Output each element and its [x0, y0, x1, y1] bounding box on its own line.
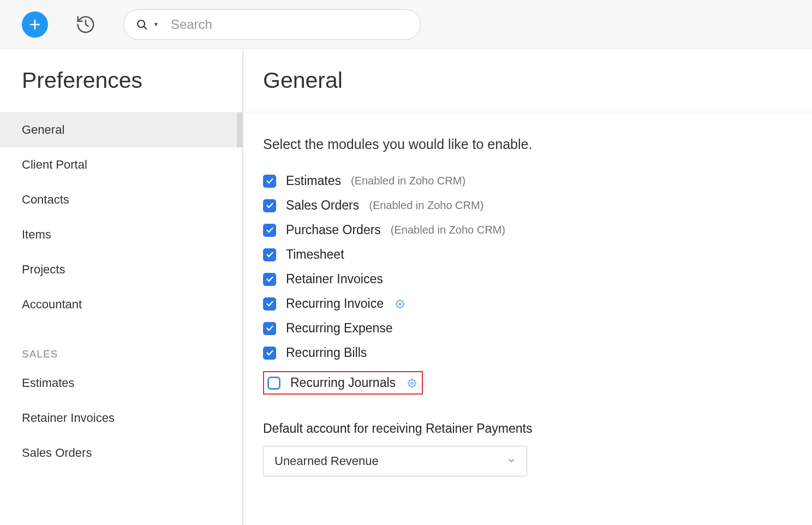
page-title: General [243, 49, 812, 112]
sidebar-item-sales-orders[interactable]: Sales Orders [0, 435, 242, 470]
module-row-recurring-expense: Recurring Expense [263, 316, 792, 341]
module-note: (Enabled in Zoho CRM) [351, 175, 465, 187]
highlight-box: Recurring Journals [263, 371, 423, 395]
module-label: Recurring Journals [290, 375, 396, 390]
module-note: (Enabled in Zoho CRM) [391, 224, 505, 236]
module-row-recurring-journals: Recurring Journals [263, 365, 792, 399]
sidebar-item-accountant[interactable]: Accountant [0, 287, 242, 322]
main-panel: General Select the modules you would lik… [243, 49, 812, 525]
modules-list: Estimates (Enabled in Zoho CRM)Sales Ord… [263, 169, 792, 399]
sidebar-title: Preferences [0, 49, 242, 112]
module-label: Sales Orders [286, 198, 359, 213]
sidebar-section-sales: SALES [0, 322, 242, 366]
module-row-recurring-invoice: Recurring Invoice [263, 291, 792, 316]
search-icon [136, 19, 148, 31]
module-checkbox-purchase-orders[interactable] [263, 224, 276, 237]
module-checkbox-estimates[interactable] [263, 175, 276, 188]
module-row-timesheet: Timesheet [263, 242, 792, 267]
module-row-purchase-orders: Purchase Orders (Enabled in Zoho CRM) [263, 218, 792, 242]
module-checkbox-recurring-bills[interactable] [263, 347, 276, 360]
svg-point-5 [411, 382, 413, 384]
sidebar-item-projects[interactable]: Projects [0, 252, 242, 287]
search-box[interactable]: ▼ [123, 9, 421, 40]
module-checkbox-recurring-expense[interactable] [263, 322, 276, 335]
plus-icon [28, 18, 41, 31]
history-icon [75, 14, 96, 35]
search-dropdown-caret[interactable]: ▼ [153, 21, 159, 27]
module-checkbox-sales-orders[interactable] [263, 199, 276, 212]
sidebar-item-items[interactable]: Items [0, 217, 242, 252]
module-checkbox-recurring-invoice[interactable] [263, 297, 276, 311]
add-button[interactable] [22, 11, 48, 38]
module-row-sales-orders: Sales Orders (Enabled in Zoho CRM) [263, 193, 792, 218]
sidebar-item-general[interactable]: General [0, 112, 242, 147]
chevron-down-icon [507, 454, 516, 468]
module-label: Timesheet [286, 247, 344, 262]
sidebar-nav: General Client Portal Contacts Items Pro… [0, 112, 242, 470]
sidebar-item-contacts[interactable]: Contacts [0, 182, 242, 217]
module-label: Retainer Invoices [286, 272, 383, 287]
search-input[interactable] [171, 17, 408, 32]
module-checkbox-timesheet[interactable] [263, 248, 276, 261]
module-row-estimates: Estimates (Enabled in Zoho CRM) [263, 169, 792, 193]
svg-line-3 [144, 26, 147, 29]
topbar: ▼ [0, 0, 812, 49]
sidebar: Preferences General Client Portal Contac… [0, 49, 243, 525]
module-label: Purchase Orders [286, 223, 381, 237]
module-checkbox-retainer-invoices[interactable] [263, 273, 276, 286]
default-account-select[interactable]: Unearned Revenue [263, 446, 527, 476]
gear-icon[interactable] [408, 379, 416, 387]
svg-point-4 [399, 303, 401, 305]
module-row-retainer-invoices: Retainer Invoices [263, 267, 792, 291]
module-checkbox-recurring-journals[interactable] [267, 377, 280, 390]
module-label: Recurring Invoice [286, 296, 384, 311]
sidebar-item-retainer-invoices[interactable]: Retainer Invoices [0, 401, 242, 435]
module-row-recurring-bills: Recurring Bills [263, 341, 792, 365]
default-account-value: Unearned Revenue [274, 454, 379, 468]
sidebar-item-estimates[interactable]: Estimates [0, 366, 242, 401]
module-label: Recurring Bills [286, 345, 367, 360]
modules-intro: Select the modules you would like to ena… [263, 136, 792, 152]
module-label: Estimates [286, 174, 341, 188]
module-note: (Enabled in Zoho CRM) [369, 199, 483, 212]
gear-icon[interactable] [396, 300, 404, 308]
default-account-label: Default account for receiving Retainer P… [263, 421, 792, 436]
module-label: Recurring Expense [286, 321, 393, 336]
sidebar-item-client-portal[interactable]: Client Portal [0, 147, 242, 182]
history-button[interactable] [74, 13, 97, 36]
